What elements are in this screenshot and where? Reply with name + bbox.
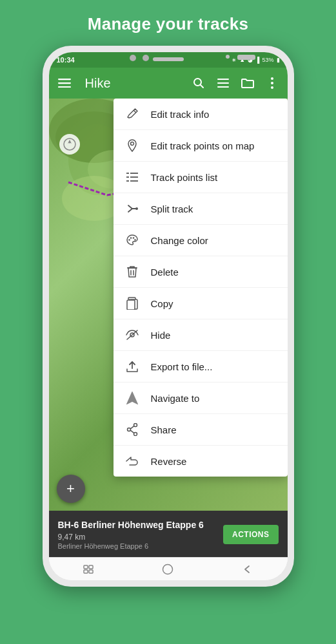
svg-rect-43 [84, 570, 88, 573]
track-name: BH-6 Berliner Höhenweg Etappe 6 [58, 519, 224, 531]
menu-item-hide[interactable]: Hide [114, 319, 288, 351]
share-icon [125, 422, 139, 437]
menu-item-edit-track-info[interactable]: Edit track info [114, 99, 288, 130]
menu-label-copy: Copy [151, 298, 173, 309]
context-menu: Edit track info Edit track points on map [114, 99, 288, 477]
menu-item-split-track[interactable]: Split track [114, 193, 288, 225]
svg-line-15 [133, 110, 136, 113]
palette-icon [125, 233, 139, 247]
phone-speaker [153, 57, 184, 61]
battery-text: 53% [262, 57, 273, 63]
app-bar-title: Hike [85, 76, 181, 91]
svg-point-26 [130, 237, 132, 239]
svg-rect-7 [217, 86, 229, 88]
phone-frame: 10:34 ∗ ▲ ◕ ▐ 53% ▮ Hike [43, 46, 294, 587]
track-info: BH-6 Berliner Höhenweg Etappe 6 9,47 km … [58, 519, 224, 549]
menu-label-reverse: Reverse [151, 456, 187, 467]
menu-label-split-track: Split track [151, 204, 193, 214]
svg-point-8 [271, 77, 273, 80]
menu-label-edit-track-points: Edit track points on map [151, 140, 255, 151]
svg-rect-0 [58, 79, 71, 80]
list-view-button[interactable] [215, 75, 231, 91]
svg-point-37 [127, 428, 130, 431]
nav-home-icon[interactable] [155, 558, 181, 580]
svg-point-27 [132, 237, 134, 239]
hamburger-menu-button[interactable] [57, 75, 72, 91]
track-subtitle: Berliner Höhenweg Etappe 6 [58, 542, 224, 550]
svg-rect-41 [84, 565, 88, 569]
actions-button[interactable]: ACTIONS [223, 525, 279, 544]
menu-item-track-points-list[interactable]: Track points list [114, 162, 288, 193]
phone-dot [226, 55, 230, 59]
search-button[interactable] [191, 75, 206, 91]
svg-line-39 [130, 426, 133, 429]
nav-bar [49, 557, 288, 580]
svg-point-28 [134, 239, 136, 241]
location-pin-icon [125, 138, 139, 153]
folder-button[interactable] [240, 75, 255, 91]
pencil-icon [125, 107, 139, 121]
menu-item-copy[interactable]: Copy [114, 288, 288, 319]
nav-back-icon[interactable] [235, 558, 261, 580]
svg-rect-6 [217, 82, 229, 84]
svg-rect-44 [89, 570, 93, 573]
export-icon [125, 359, 139, 374]
svg-point-36 [133, 424, 137, 427]
page-title: Manage your tracks [88, 14, 249, 34]
menu-item-edit-track-points[interactable]: Edit track points on map [114, 130, 288, 162]
phone-camera-left [130, 55, 136, 61]
menu-item-change-color[interactable]: Change color [114, 225, 288, 256]
copy-icon [125, 296, 139, 310]
svg-point-24 [135, 207, 138, 210]
menu-label-share: Share [151, 424, 177, 435]
svg-line-40 [130, 430, 133, 433]
svg-point-16 [130, 142, 133, 146]
menu-label-export: Export to file... [151, 361, 213, 372]
trash-icon [125, 265, 139, 279]
svg-point-10 [271, 86, 273, 89]
svg-rect-42 [89, 565, 93, 569]
bottom-panel: BH-6 Berliner Höhenweg Etappe 6 9,47 km … [49, 511, 288, 557]
svg-point-25 [128, 239, 130, 241]
menu-item-share[interactable]: Share [114, 414, 288, 446]
phone-button [237, 55, 255, 60]
svg-rect-32 [127, 300, 135, 310]
app-bar: Hike [49, 68, 288, 99]
svg-rect-5 [217, 79, 229, 80]
svg-marker-35 [127, 392, 137, 404]
reverse-icon [125, 454, 139, 468]
track-distance: 9,47 km [58, 533, 224, 542]
more-options-button[interactable] [264, 75, 280, 91]
phone-screen: 10:34 ∗ ▲ ◕ ▐ 53% ▮ Hike [49, 52, 288, 580]
map-logo [59, 134, 80, 155]
svg-point-14 [68, 142, 70, 144]
list-icon [125, 170, 139, 184]
split-icon [125, 202, 139, 216]
menu-item-delete[interactable]: Delete [114, 256, 288, 288]
menu-label-change-color: Change color [151, 235, 208, 246]
battery-icon: ▮ [277, 57, 280, 63]
fab-button[interactable]: + [57, 475, 85, 503]
svg-rect-2 [58, 86, 71, 88]
menu-label-track-points-list: Track points list [151, 172, 218, 183]
menu-label-hide: Hide [151, 330, 171, 341]
nav-recent-apps-icon[interactable] [75, 558, 101, 580]
menu-label-edit-track-info: Edit track info [151, 109, 210, 120]
app-bar-actions [191, 75, 280, 91]
svg-point-9 [271, 82, 273, 84]
menu-label-navigate-to: Navigate to [151, 393, 200, 404]
svg-rect-1 [58, 82, 71, 84]
menu-item-reverse[interactable]: Reverse [114, 446, 288, 477]
hide-icon [125, 328, 139, 342]
svg-point-38 [133, 433, 137, 436]
menu-item-navigate-to[interactable]: Navigate to [114, 383, 288, 414]
menu-label-delete: Delete [151, 267, 179, 278]
navigate-icon [125, 391, 139, 405]
svg-line-4 [200, 85, 203, 88]
phone-camera-right [143, 55, 149, 61]
status-time: 10:34 [57, 56, 75, 64]
menu-item-export[interactable]: Export to file... [114, 351, 288, 383]
bluetooth-icon: ∗ [232, 57, 237, 63]
signal-icon: ▐ [255, 57, 259, 63]
map-area[interactable]: + Edit track info [49, 99, 288, 511]
